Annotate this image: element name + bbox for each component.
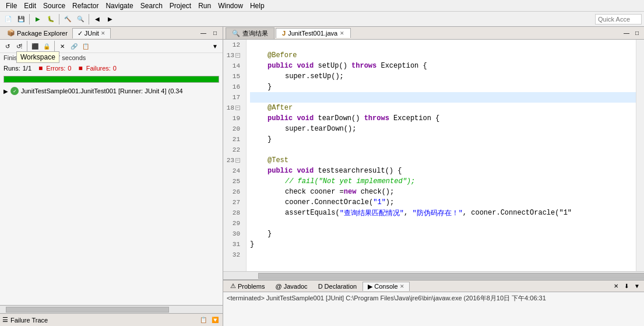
rerun-failed-button[interactable]: ↺! — [14, 41, 24, 51]
console-clear-btn[interactable]: ✕ — [611, 282, 621, 291]
forward-button[interactable]: ▶ — [104, 13, 116, 25]
save-button[interactable]: 💾 — [15, 13, 27, 25]
back-button[interactable]: ◀ — [92, 13, 103, 25]
debug-button[interactable]: 🐛 — [45, 13, 57, 25]
line-num-14: 14 — [223, 61, 242, 71]
menu-window[interactable]: Window — [214, 2, 247, 10]
copy-trace-btn[interactable]: 📋 — [198, 315, 209, 325]
run-button[interactable]: ▶ — [32, 13, 44, 25]
menu-help[interactable]: Help — [247, 2, 268, 10]
show-only-failures-btn[interactable]: ✕ — [57, 41, 68, 51]
line-num-31: 31 — [223, 239, 242, 250]
tab-declaration[interactable]: D Declaration — [314, 282, 362, 290]
fold-18[interactable]: − — [235, 106, 240, 110]
menu-file[interactable]: File — [2, 2, 20, 10]
tab-console-close[interactable]: ✕ — [400, 283, 404, 289]
console-text: <terminated> JunitTestSample001 [JUnit] … — [227, 295, 546, 302]
junit-stats: Runs: 1/1 ■ Errors: 0 ■ Failures: 0 — [0, 62, 223, 74]
editor-maximize-btn[interactable]: □ — [632, 29, 642, 38]
junit-icon: ✓ — [78, 30, 83, 37]
code-28-rest: , cooner.ConnectOracle("1" — [463, 209, 572, 217]
package-explorer-icon: 📦 — [7, 29, 15, 37]
line-num-22: 22 — [223, 145, 242, 155]
kw-new: new — [344, 188, 357, 196]
right-panel: 🔍 查询结果 J JunitTest001.java ✕ — □ 12 13− … — [223, 27, 644, 326]
tab-junit-java[interactable]: J JunitTest001.java ✕ — [276, 28, 351, 38]
console-content: <terminated> JunitTestSample001 [JUnit] … — [223, 292, 644, 326]
toolbar: 📄 💾 ▶ 🐛 🔨 🔍 ◀ ▶ — [0, 12, 644, 27]
code-15-text: super.setUp(); — [285, 72, 344, 80]
tab-javadoc[interactable]: @ Javadoc — [270, 282, 312, 290]
scroll-lock-btn[interactable]: 🔗 — [69, 41, 79, 51]
junit-view-menu-btn[interactable]: ▼ — [210, 41, 220, 51]
rerun-button[interactable]: ↺ — [2, 41, 13, 51]
tree-item[interactable]: ▶ ✓ JunitTestSample001.JunitTest001 [Run… — [1, 86, 221, 96]
tab-console[interactable]: ▶ Console ✕ — [363, 282, 409, 291]
status-panel: ⚠ Problems @ Javadoc D Declaration ▶ Con… — [223, 279, 644, 326]
code-line-18: @After — [250, 103, 636, 113]
tab-junit[interactable]: ✓ JUnit ✕ — [72, 28, 111, 38]
junit-tree[interactable]: ▶ ✓ JunitTestSample001.JunitTest001 [Run… — [0, 85, 223, 305]
menu-source[interactable]: Source — [40, 2, 69, 10]
editor-scrollbar[interactable] — [636, 40, 644, 271]
code-line-30: } — [250, 229, 636, 239]
build-button[interactable]: 🔨 — [62, 13, 73, 25]
line-num-29: 29 — [223, 218, 242, 229]
tab-junit-close[interactable]: ✕ — [101, 30, 105, 36]
left-scroll-thumb[interactable] — [6, 307, 169, 313]
kw-public-2: public — [268, 114, 293, 122]
editor-minimize-btn[interactable]: — — [622, 29, 631, 38]
minimize-left-btn[interactable]: — — [198, 28, 209, 38]
code-line-20: super.tearDown(); — [250, 124, 636, 134]
line-num-16: 16 — [223, 82, 242, 92]
code-16-text: } — [268, 83, 272, 91]
history-btn[interactable]: 📋 — [80, 41, 91, 51]
line-num-27: 27 — [223, 197, 242, 208]
test-status-icon: ✓ — [10, 87, 19, 95]
line-num-32: 32 — [223, 250, 242, 260]
search-button[interactable]: 🔍 — [75, 13, 86, 25]
menu-project[interactable]: Project — [166, 2, 195, 10]
junit-sep-2 — [54, 41, 55, 51]
line-numbers: 12 13− 14 15 16 17 18− 19 20 21 22 23− 2… — [223, 40, 247, 271]
left-scroll-h[interactable] — [0, 305, 223, 313]
menu-search[interactable]: Search — [137, 2, 166, 10]
line-num-23: 23− — [223, 155, 242, 166]
toolbar-sep-1 — [29, 14, 30, 24]
quick-access-input[interactable] — [595, 14, 642, 24]
code-19-method: tearDown() — [314, 114, 364, 122]
code-content[interactable]: @Before public void setUp() throws Excep… — [247, 40, 636, 271]
editor-scroll-thumb[interactable] — [258, 273, 644, 279]
tab-package-explorer[interactable]: 📦 Package Explorer — [2, 28, 72, 38]
fold-13[interactable]: − — [235, 53, 240, 58]
new-button[interactable]: 📄 — [2, 13, 14, 25]
maximize-left-btn[interactable]: □ — [210, 28, 220, 38]
tab-junit-java-close[interactable]: ✕ — [340, 30, 344, 36]
tab-javadoc-label: Javadoc — [284, 283, 308, 290]
menu-navigate[interactable]: Navigate — [102, 2, 136, 10]
code-31-text: } — [250, 240, 254, 248]
left-panel-tabs: 📦 Package Explorer ✓ JUnit ✕ — □ — [0, 27, 223, 40]
console-menu-btn[interactable]: ▼ — [632, 282, 642, 291]
tree-expand-icon[interactable]: ▶ — [3, 88, 8, 94]
stop-button[interactable]: ⬛ — [30, 41, 40, 51]
filter-trace-btn[interactable]: 🔽 — [210, 315, 220, 325]
menu-edit[interactable]: Edit — [20, 2, 40, 10]
editor-scroll-h[interactable] — [223, 271, 644, 279]
main-layout: 📦 Package Explorer ✓ JUnit ✕ — □ ↺ ↺! ⬛ … — [0, 27, 644, 326]
fold-23[interactable]: − — [235, 158, 240, 163]
code-line-23: @Test — [250, 155, 636, 166]
tab-query-result-label: 查询结果 — [242, 29, 268, 38]
console-scroll-btn[interactable]: ⬇ — [622, 282, 631, 291]
line-num-20: 20 — [223, 124, 242, 134]
lock-button[interactable]: 🔒 — [41, 41, 52, 51]
menu-run[interactable]: Run — [195, 2, 214, 10]
menu-refactor[interactable]: Refactor — [69, 2, 102, 10]
line-num-17: 17 — [223, 92, 242, 103]
junit-sep-1 — [27, 41, 27, 51]
tab-problems[interactable]: ⚠ Problems — [226, 282, 269, 290]
tab-query-result[interactable]: 🔍 查询结果 — [226, 27, 275, 39]
code-line-26: check cooner = new check(); — [250, 187, 636, 197]
code-line-17 — [250, 92, 636, 103]
code-14-method: setUp() — [314, 62, 351, 70]
